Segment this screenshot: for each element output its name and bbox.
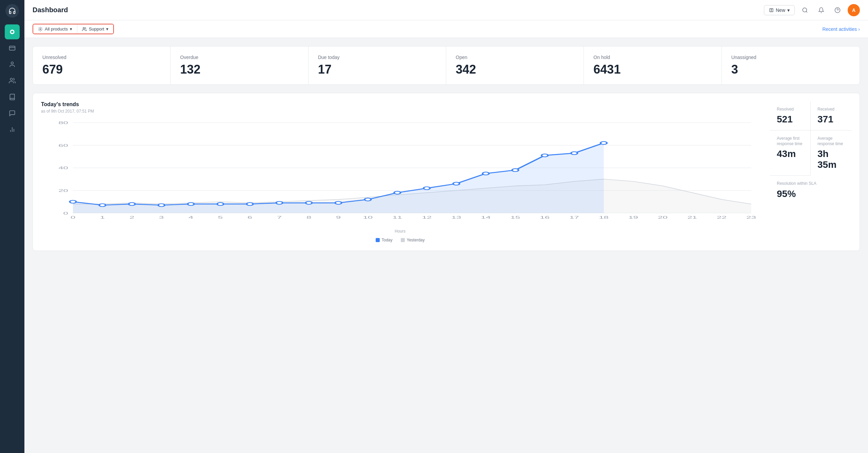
svg-point-59 [364, 198, 371, 201]
recent-activities-arrow: › [858, 26, 860, 32]
recent-activities-label: Recent activities [822, 26, 857, 32]
svg-text:4: 4 [189, 215, 193, 219]
sidebar-item-reports[interactable] [5, 122, 20, 137]
support-icon [82, 27, 87, 32]
svg-text:80: 80 [58, 120, 68, 125]
chart-stat-value: 371 [817, 114, 845, 125]
chart-title: Today's trends [41, 101, 759, 107]
legend-color [401, 238, 405, 242]
new-dropdown-icon: ▾ [787, 7, 790, 13]
svg-text:17: 17 [569, 215, 579, 219]
stat-label: Unresolved [42, 55, 161, 60]
chart-stat-value: 521 [777, 114, 804, 125]
svg-point-58 [335, 201, 341, 204]
svg-text:10: 10 [363, 215, 373, 219]
sidebar-item-contacts[interactable] [5, 57, 20, 72]
stat-card[interactable]: Unresolved 679 [33, 46, 171, 84]
svg-point-67 [600, 141, 607, 144]
x-axis-label: Hours [41, 229, 759, 234]
svg-point-56 [276, 201, 283, 204]
stat-card[interactable]: Overdue 132 [171, 46, 308, 84]
trend-chart: 0204060800123456789101112131415161718192… [41, 119, 759, 228]
svg-text:23: 23 [746, 215, 756, 219]
chart-stat-item: Resolution within SLA 95% [770, 176, 851, 205]
stat-label: Unassigned [731, 55, 850, 60]
sidebar-logo[interactable] [5, 4, 19, 18]
svg-text:12: 12 [422, 215, 432, 219]
all-products-filter[interactable]: All products ▾ [33, 24, 77, 34]
stat-value: 132 [180, 63, 298, 76]
legend-label: Today [382, 238, 393, 242]
header: Dashboard New ▾ A [24, 0, 868, 20]
svg-text:20: 20 [658, 215, 668, 219]
stat-value: 342 [456, 63, 574, 76]
stat-card[interactable]: Open 342 [446, 46, 584, 84]
new-icon [769, 8, 774, 13]
stat-label: Due today [318, 55, 436, 60]
new-button-label: New [776, 7, 785, 13]
svg-text:1: 1 [100, 215, 105, 219]
legend-item: Yesterday [401, 238, 425, 242]
svg-point-63 [482, 172, 489, 175]
svg-text:14: 14 [481, 215, 491, 219]
svg-point-61 [423, 186, 430, 190]
svg-text:0: 0 [63, 211, 68, 215]
svg-point-65 [541, 154, 548, 157]
svg-text:5: 5 [218, 215, 223, 219]
user-avatar[interactable]: A [848, 4, 860, 16]
svg-text:6: 6 [248, 215, 252, 219]
sidebar-item-dashboard[interactable] [5, 24, 20, 39]
svg-text:2: 2 [130, 215, 134, 219]
help-icon-button[interactable] [831, 4, 844, 16]
svg-point-55 [247, 202, 253, 205]
filter-group: All products ▾ Support ▾ [33, 24, 114, 34]
svg-text:20: 20 [58, 188, 68, 193]
all-products-chevron: ▾ [70, 26, 72, 32]
sidebar-item-knowledge[interactable] [5, 90, 20, 104]
svg-text:0: 0 [71, 215, 75, 219]
svg-point-54 [217, 202, 224, 205]
svg-point-64 [512, 169, 518, 172]
sidebar-item-groups[interactable] [5, 73, 20, 88]
legend-item: Today [376, 238, 393, 242]
chart-legend: Today Yesterday [41, 238, 759, 242]
chart-section: Today's trends as of 9th Oct 2017, 07:51… [33, 93, 860, 251]
support-label: Support [89, 26, 104, 32]
recent-activities-link[interactable]: Recent activities › [822, 26, 860, 32]
svg-text:11: 11 [392, 215, 402, 219]
chart-stat-value: 3h 35m [817, 149, 845, 170]
notifications-icon-button[interactable] [815, 4, 827, 16]
products-icon [38, 27, 43, 32]
svg-point-13 [40, 28, 41, 30]
chart-stat-label: Average first response time [777, 136, 804, 146]
svg-point-51 [129, 202, 135, 205]
chart-stat-label: Resolved [777, 107, 804, 112]
stat-value: 3 [731, 63, 850, 76]
chart-container: 0204060800123456789101112131415161718192… [41, 119, 759, 228]
all-products-label: All products [45, 26, 68, 32]
sidebar-item-chat[interactable] [5, 106, 20, 121]
support-filter[interactable]: Support ▾ [77, 24, 114, 34]
sidebar-item-tickets[interactable] [5, 41, 20, 56]
svg-point-62 [453, 182, 459, 185]
stat-card[interactable]: Due today 17 [309, 46, 446, 84]
chart-stat-label: Resolution within SLA [777, 181, 845, 186]
chart-stats-panel: Resolved 521 Received 371 Average first … [770, 101, 851, 242]
svg-rect-2 [9, 46, 15, 50]
stat-value: 679 [42, 63, 161, 76]
stat-card[interactable]: Unassigned 3 [722, 46, 860, 84]
svg-text:16: 16 [540, 215, 550, 219]
svg-point-9 [803, 8, 807, 12]
svg-text:7: 7 [277, 215, 282, 219]
svg-point-66 [571, 152, 577, 155]
chart-stat-value: 95% [777, 189, 845, 199]
svg-point-5 [10, 78, 13, 81]
page-title: Dashboard [33, 6, 68, 14]
svg-text:13: 13 [451, 215, 461, 219]
stat-label: Overdue [180, 55, 298, 60]
chart-stat-item: Average response time 3h 35m [811, 131, 851, 176]
search-icon-button[interactable] [799, 4, 811, 16]
chart-area: Today's trends as of 9th Oct 2017, 07:51… [41, 101, 759, 242]
stat-card[interactable]: On hold 6431 [584, 46, 722, 84]
new-button[interactable]: New ▾ [764, 5, 795, 15]
